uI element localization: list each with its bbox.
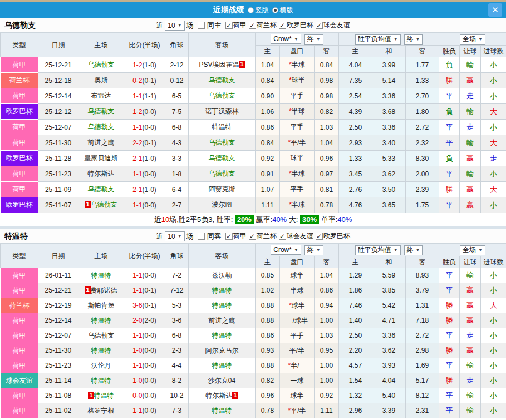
league-cell: 荷甲 bbox=[1, 343, 38, 358]
date-cell: 25-11-14 bbox=[38, 373, 78, 388]
table-row: 荷甲25-11-09乌德勒支2-1(1-0)6-4阿贾克斯1.07平手0.812… bbox=[1, 182, 506, 197]
close-button[interactable]: ✕ bbox=[488, 3, 502, 17]
team-label: 特温特 bbox=[212, 332, 232, 339]
league-filter-label: 荷兰杯 bbox=[257, 21, 277, 30]
dropdown-label: 终 bbox=[407, 245, 414, 255]
dropdown-Crow*[interactable]: Crow*▼ bbox=[271, 245, 301, 255]
result-cell: 小 bbox=[481, 283, 506, 298]
dropdown-label: Crow* bbox=[273, 246, 292, 254]
sub-column-header: 主 bbox=[256, 256, 280, 268]
table-row: 荷甲26-01-11特温特1-1(0-0)7-2兹沃勒0.85球半1.041.2… bbox=[1, 268, 506, 283]
handicap-cell: *球半 bbox=[280, 73, 315, 88]
league-cell: 荷甲 bbox=[1, 57, 38, 73]
sub-column-header: 胜负 bbox=[439, 46, 460, 57]
halftime-score: (0-0) bbox=[143, 407, 156, 414]
same-venue-checkbox[interactable] bbox=[198, 233, 205, 240]
column-header: 类型 bbox=[1, 33, 38, 57]
dropdown-终[interactable]: 终▼ bbox=[304, 245, 323, 255]
score-cell: 1-1(0-1) bbox=[124, 283, 165, 298]
dropdown-胜平负均值[interactable]: 胜平负均值▼ bbox=[355, 245, 401, 255]
odds-cell: 0.78 bbox=[256, 403, 280, 418]
dropdown-全场[interactable]: 全场▼ bbox=[460, 34, 485, 45]
results-table: 类型日期主场比分(半场)角球客场Crow*▼终▼胜平负均值▼终▼全场▼主盘口客主… bbox=[0, 244, 506, 418]
corner-cell: 6-8 bbox=[165, 120, 189, 135]
radio-icon-vertical[interactable] bbox=[248, 7, 254, 13]
radio-icon-horizontal[interactable] bbox=[272, 7, 278, 13]
table-row: 欧罗巴杯25-12-12乌德勒支1-2(0-0)7-5诺丁汉森林1.06*半球0… bbox=[1, 104, 506, 120]
league-filter-荷兰杯[interactable]: ✓荷兰杯 bbox=[247, 21, 277, 30]
team-cell: 特温特 bbox=[189, 298, 256, 313]
checkbox-icon[interactable]: ✓ bbox=[279, 233, 286, 240]
odds-cell: 0.84 bbox=[315, 57, 339, 73]
halftime-score: (0-0) bbox=[143, 201, 156, 209]
layout-option-vertical-label: 竖版 bbox=[256, 6, 269, 15]
league-filter-欧罗巴杯[interactable]: ✓欧罗巴杯 bbox=[277, 21, 313, 30]
checkbox-icon[interactable]: ✓ bbox=[316, 233, 323, 240]
odds-cell: 0.92 bbox=[315, 388, 339, 403]
dropdown-label: Crow* bbox=[273, 35, 292, 43]
league-filter-球会友谊[interactable]: ✓球会友谊 bbox=[313, 21, 350, 30]
corner-cell: 5-3 bbox=[165, 298, 189, 313]
league-cell: 欧罗巴杯 bbox=[1, 104, 38, 120]
checkbox-icon[interactable]: ✓ bbox=[225, 22, 233, 29]
match-count-select[interactable]: 10 ▼ bbox=[165, 21, 184, 31]
halftime-score: (0-0) bbox=[143, 170, 156, 178]
dropdown-Crow*[interactable]: Crow*▼ bbox=[271, 34, 301, 44]
checkbox-icon[interactable]: ✓ bbox=[249, 22, 256, 29]
odds-cell: 0.82 bbox=[315, 104, 339, 120]
fulltime-score: 1-1 bbox=[132, 286, 142, 294]
team-label: 乌德勒支 bbox=[209, 139, 235, 146]
corner-cell: 3-6 bbox=[165, 313, 189, 328]
mean-odds-cell: 5.59 bbox=[372, 268, 406, 283]
dropdown-终[interactable]: 终▼ bbox=[404, 245, 423, 255]
fulltime-score: 1-2 bbox=[132, 108, 142, 116]
league-filter-荷甲[interactable]: ✓荷甲 bbox=[223, 231, 247, 241]
team-label: 前进之鹰 bbox=[88, 139, 115, 146]
team-label: 乌德勒支 bbox=[88, 185, 115, 193]
date-cell: 25-12-14 bbox=[38, 313, 78, 328]
sub-column-header: 盘口 bbox=[280, 256, 315, 268]
team-section-utrecht: 乌德勒支 近 10 ▼ 场 同主 ✓荷甲✓荷兰杯✓欧罗巴杯✓球会友谊 类型日期主… bbox=[0, 18, 506, 226]
match-count-select[interactable]: 10 ▼ bbox=[165, 231, 184, 241]
league-filter-荷兰杯[interactable]: ✓荷兰杯 bbox=[247, 231, 277, 241]
odds-cell: 0.92 bbox=[256, 151, 280, 166]
checkbox-icon[interactable]: ✓ bbox=[225, 233, 233, 240]
dropdown-胜平负均值[interactable]: 胜平负均值▼ bbox=[355, 34, 401, 45]
score-cell: 1-1(0-0) bbox=[124, 197, 165, 213]
team-label: 特温特 bbox=[91, 317, 111, 324]
mean-odds-cell: 1.86 bbox=[339, 283, 372, 298]
halftime-score: (0-1) bbox=[143, 302, 156, 309]
team-label: 沃伦丹 bbox=[91, 362, 111, 369]
dropdown-label: 全场 bbox=[463, 245, 476, 255]
fulltime-score: 1-1 bbox=[132, 201, 142, 209]
corner-cell: 1-8 bbox=[165, 166, 189, 182]
league-filter-球会友谊[interactable]: ✓球会友谊 bbox=[277, 231, 313, 241]
score-cell: 1-2(0-0) bbox=[124, 104, 165, 120]
result-cell: 勝 bbox=[439, 73, 460, 88]
date-cell: 25-12-07 bbox=[38, 328, 78, 343]
layout-option-vertical[interactable]: 竖版 bbox=[248, 6, 269, 15]
layout-option-horizontal[interactable]: 横版 bbox=[272, 6, 293, 15]
league-filter-荷甲[interactable]: ✓荷甲 bbox=[223, 21, 247, 30]
handicap-cell: *半球 bbox=[280, 104, 315, 120]
dropdown-全场[interactable]: 全场▼ bbox=[460, 245, 485, 255]
league-filter-label: 荷兰杯 bbox=[257, 231, 277, 241]
team-label: 乌德勒支 bbox=[88, 107, 115, 115]
checkbox-icon[interactable]: ✓ bbox=[249, 233, 256, 240]
checkbox-icon[interactable]: ✓ bbox=[316, 22, 323, 29]
checkbox-icon[interactable]: ✓ bbox=[279, 22, 286, 29]
league-filter-label: 欧罗巴杯 bbox=[287, 21, 313, 30]
same-venue-checkbox[interactable] bbox=[198, 22, 205, 29]
result-cell: 負 bbox=[439, 151, 460, 166]
dropdown-终[interactable]: 终▼ bbox=[304, 34, 323, 45]
team-label: 特温特 bbox=[91, 377, 111, 384]
dropdown-终[interactable]: 终▼ bbox=[404, 34, 423, 45]
team-label: 特温特 bbox=[94, 392, 114, 399]
result-cell: 贏 bbox=[460, 298, 481, 313]
result-cell: 負 bbox=[439, 104, 460, 120]
league-filter-欧罗巴杯[interactable]: ✓欧罗巴杯 bbox=[313, 231, 350, 241]
star-mark: * bbox=[289, 302, 292, 309]
league-cell: 荷甲 bbox=[1, 120, 38, 135]
handicap-cell: 球半 bbox=[280, 388, 315, 403]
date-cell: 25-12-21 bbox=[38, 283, 78, 298]
